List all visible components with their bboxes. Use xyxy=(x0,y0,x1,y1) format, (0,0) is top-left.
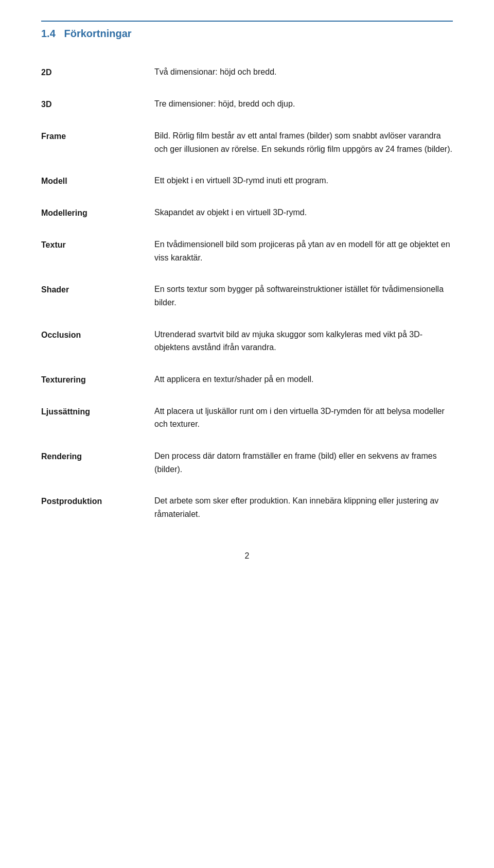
glossary-definition: Ett objekt i en virtuell 3D-rymd inuti e… xyxy=(154,174,453,187)
glossary-term: Postproduktion xyxy=(41,494,154,508)
section-title: 1.4 Förkortningar xyxy=(41,28,132,39)
glossary-term: Ljussättning xyxy=(41,405,154,418)
glossary-row: RenderingDen process där datorn framstäl… xyxy=(41,449,453,476)
glossary-definition: En tvådimensionell bild som projiceras p… xyxy=(154,238,453,264)
glossary-definition: En sorts textur som bygger på softwarein… xyxy=(154,283,453,309)
glossary-row: 2DTvå dimensionar: höjd och bredd. xyxy=(41,65,453,79)
page-number: 2 xyxy=(41,551,453,561)
glossary-row: ModelleringSkapandet av objekt i en virt… xyxy=(41,206,453,219)
glossary-term: Shader xyxy=(41,283,154,296)
glossary-row: ModellEtt objekt i en virtuell 3D-rymd i… xyxy=(41,174,453,187)
page: 1.4 Förkortningar 2DTvå dimensionar: höj… xyxy=(0,0,494,868)
glossary-definition: Skapandet av objekt i en virtuell 3D-rym… xyxy=(154,206,453,219)
glossary-definition: Det arbete som sker efter produktion. Ka… xyxy=(154,494,453,520)
glossary-row: TexturEn tvådimensionell bild som projic… xyxy=(41,238,453,264)
glossary-list: 2DTvå dimensionar: höjd och bredd.3DTre … xyxy=(41,65,453,520)
glossary-definition: Två dimensionar: höjd och bredd. xyxy=(154,65,453,79)
section-header: 1.4 Förkortningar xyxy=(41,21,453,40)
glossary-row: TextureringAtt applicera en textur/shade… xyxy=(41,373,453,386)
glossary-term: Modell xyxy=(41,174,154,187)
glossary-definition: Att applicera en textur/shader på en mod… xyxy=(154,373,453,386)
glossary-definition: Utrenderad svartvit bild av mjuka skuggo… xyxy=(154,328,453,354)
glossary-row: 3DTre dimensioner: höjd, bredd och djup. xyxy=(41,97,453,111)
glossary-row: FrameBild. Rörlig film består av ett ant… xyxy=(41,129,453,155)
glossary-term: Textur xyxy=(41,238,154,251)
glossary-term: Rendering xyxy=(41,449,154,463)
glossary-term: 3D xyxy=(41,97,154,111)
glossary-definition: Tre dimensioner: höjd, bredd och djup. xyxy=(154,97,453,111)
glossary-definition: Bild. Rörlig film består av ett antal fr… xyxy=(154,129,453,155)
glossary-row: ShaderEn sorts textur som bygger på soft… xyxy=(41,283,453,309)
glossary-row: PostproduktionDet arbete som sker efter … xyxy=(41,494,453,520)
glossary-row: OcclusionUtrenderad svartvit bild av mju… xyxy=(41,328,453,354)
glossary-term: Modellering xyxy=(41,206,154,219)
glossary-definition: Den process där datorn framställer en fr… xyxy=(154,449,453,476)
glossary-term: Texturering xyxy=(41,373,154,386)
glossary-term: Frame xyxy=(41,129,154,143)
glossary-term: Occlusion xyxy=(41,328,154,341)
glossary-row: LjussättningAtt placera ut ljuskällor ru… xyxy=(41,405,453,431)
glossary-term: 2D xyxy=(41,65,154,79)
glossary-definition: Att placera ut ljuskällor runt om i den … xyxy=(154,405,453,431)
